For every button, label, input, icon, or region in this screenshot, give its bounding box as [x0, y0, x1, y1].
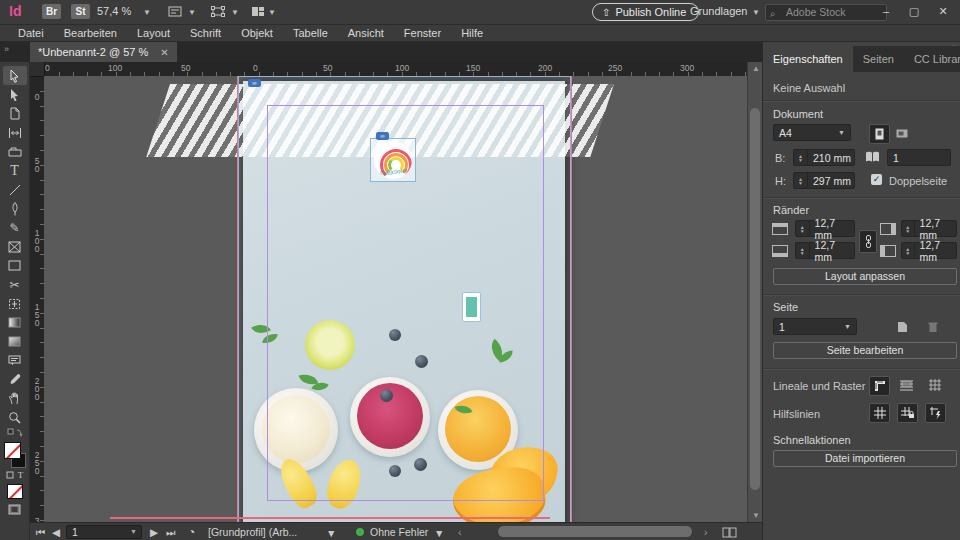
baseline-grid-icon[interactable] [897, 376, 916, 394]
document-tab[interactable]: *Unbenannt-2 @ 57 % ✕ [30, 42, 177, 62]
page-tool[interactable] [3, 104, 27, 123]
landscape-orientation-button[interactable] [892, 124, 911, 142]
zoom-dropdown-chevron-icon[interactable]: ▼ [143, 8, 151, 17]
menu-item-objekt[interactable]: Objekt [231, 27, 283, 39]
direct-selection-tool[interactable] [3, 85, 27, 104]
preflight-profile-label[interactable]: [Grundprofil] (Arb... [208, 523, 297, 540]
delete-page-icon[interactable] [923, 318, 942, 336]
tab-close-icon[interactable]: ✕ [160, 47, 168, 58]
document-grid-icon[interactable] [925, 376, 944, 394]
apply-none-swatch[interactable] [4, 484, 26, 500]
minimize-button[interactable]: – [872, 0, 900, 22]
formatting-affects-toggle[interactable]: T [3, 468, 27, 481]
current-page-select[interactable]: 1▼ [773, 318, 857, 335]
preflight-profile-chevron-icon[interactable]: ▼ [326, 524, 336, 540]
preflight-icon[interactable]: ◔ [188, 523, 195, 540]
vertical-ruler[interactable]: 0501001502002503 [30, 76, 45, 522]
page-field-chevron-icon[interactable]: ▼ [130, 526, 137, 538]
menu-item-schrift[interactable]: Schrift [180, 27, 231, 39]
adobe-stock-search-input[interactable]: ⌕ Adobe Stock [765, 4, 887, 21]
link-margins-icon[interactable] [859, 230, 877, 253]
lock-guides-icon[interactable] [897, 403, 918, 423]
panel-tab-eigenschaften[interactable]: Eigenschaften [763, 46, 853, 72]
height-stepper[interactable]: ▲▼ [794, 173, 808, 188]
new-page-icon[interactable] [893, 318, 912, 336]
fill-stroke-swatches[interactable] [4, 442, 26, 468]
first-page-button[interactable]: ⏮ [36, 523, 45, 540]
preflight-status-chevron-icon[interactable]: ▼ [434, 524, 444, 540]
zoom-level-value[interactable]: 57,4 % [97, 5, 131, 17]
previous-page-button[interactable]: ◀ [52, 523, 60, 540]
margin-top-stepper[interactable]: ▲▼ [796, 221, 810, 236]
free-transform-tool[interactable] [3, 294, 27, 313]
panel-tab-seiten[interactable]: Seiten [853, 46, 904, 72]
page-size-select[interactable]: A4▼ [773, 124, 851, 141]
publish-online-button[interactable]: ⇧Publish Online [592, 3, 699, 21]
close-button[interactable]: ✕ [929, 0, 957, 22]
screen-mode-tool[interactable] [3, 500, 27, 519]
pasteboard-canvas[interactable]: Delicious ∞ ∞ [44, 76, 747, 522]
menu-item-layout[interactable]: Layout [127, 27, 180, 39]
page-number-field[interactable]: 1▼ [66, 525, 142, 539]
margin-bottom-stepper[interactable]: ▲▼ [796, 243, 810, 258]
menu-item-datei[interactable]: Datei [8, 27, 54, 39]
facing-pages-checkbox[interactable]: ✓ [871, 174, 882, 185]
zoom-tool[interactable] [3, 408, 27, 427]
link-badge-icon[interactable]: ∞ [248, 79, 261, 87]
margin-inside-field[interactable]: ▲▼ 12,7 mm [901, 220, 957, 237]
screen-mode-chevron-icon[interactable]: ▼ [231, 8, 239, 17]
smartphone-graphic[interactable] [462, 292, 481, 322]
horizontal-scroll-thumb[interactable] [498, 526, 692, 537]
hand-tool[interactable] [3, 389, 27, 408]
horizontal-ruler[interactable]: 0100500501001502002503003 [30, 62, 747, 77]
gradient-swatch-tool[interactable] [3, 313, 27, 332]
pen-tool[interactable] [3, 199, 27, 218]
menu-item-bearbeiten[interactable]: Bearbeiten [54, 27, 127, 39]
menu-item-hilfe[interactable]: Hilfe [451, 27, 493, 39]
ruler-origin-corner[interactable] [30, 62, 45, 77]
spread-view-icon[interactable] [722, 523, 738, 540]
content-collector-tool[interactable] [3, 142, 27, 161]
margin-outside-stepper[interactable]: ▲▼ [902, 243, 915, 258]
frame-tool[interactable] [3, 237, 27, 256]
type-tool[interactable]: T [3, 161, 27, 180]
margin-inside-stepper[interactable]: ▲▼ [902, 221, 915, 236]
logo-frame[interactable]: Delicious [370, 138, 416, 182]
portrait-orientation-button[interactable] [869, 124, 890, 144]
view-options-chevron-icon[interactable]: ▼ [188, 8, 196, 17]
rulers-toggle-icon[interactable] [869, 376, 890, 396]
scissors-tool[interactable]: ✂ [3, 275, 27, 294]
gap-tool[interactable] [3, 123, 27, 142]
width-field[interactable]: ▲▼ 210 mm [793, 149, 855, 166]
menu-item-tabelle[interactable]: Tabelle [283, 27, 338, 39]
workspace-switcher[interactable]: Grundlagen [690, 5, 748, 17]
pages-count-field[interactable]: 1 [887, 149, 951, 166]
menu-item-ansicht[interactable]: Ansicht [338, 27, 394, 39]
import-file-button[interactable]: Datei importieren [773, 450, 957, 467]
arrange-documents-icon[interactable] [248, 4, 268, 20]
bridge-button[interactable]: Br [42, 4, 61, 19]
swap-fill-stroke-icon[interactable] [3, 427, 27, 439]
workspace-chevron-icon[interactable]: ▼ [752, 8, 760, 17]
link-badge-icon[interactable]: ∞ [376, 132, 389, 140]
tools-collapse-icon[interactable]: » [4, 44, 9, 54]
adjust-layout-button[interactable]: Layout anpassen [773, 268, 957, 285]
arrange-documents-chevron-icon[interactable]: ▼ [268, 8, 276, 17]
eyedropper-tool[interactable] [3, 370, 27, 389]
view-options-icon[interactable] [165, 4, 185, 20]
panel-tab-cc-librari[interactable]: CC Librari [904, 46, 960, 72]
pencil-tool[interactable]: ✎ [3, 218, 27, 237]
margin-outside-field[interactable]: ▲▼ 12,7 mm [901, 242, 957, 259]
smart-guides-icon[interactable] [925, 403, 946, 423]
scroll-down-icon[interactable]: ▼ [752, 511, 760, 520]
scroll-right-icon[interactable]: › [704, 523, 708, 540]
height-field[interactable]: ▲▼ 297 mm [793, 172, 855, 189]
margin-bottom-field[interactable]: ▲▼ 12,7 mm [795, 242, 855, 259]
rectangle-tool[interactable] [3, 256, 27, 275]
scroll-up-icon[interactable]: ▲ [752, 64, 760, 73]
selection-tool[interactable] [3, 66, 27, 85]
fill-swatch[interactable] [4, 442, 21, 459]
screen-mode-icon[interactable] [208, 4, 228, 20]
note-tool[interactable] [3, 351, 27, 370]
guides-toggle-icon[interactable] [869, 403, 890, 423]
